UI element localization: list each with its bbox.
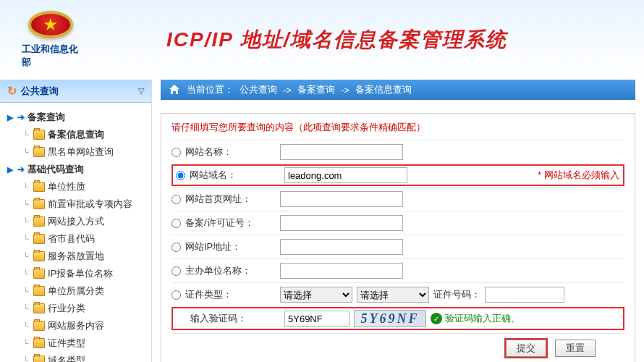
input-homepage[interactable]: [280, 191, 403, 207]
cert-no-label: 证件号码：: [433, 288, 480, 301]
folder-icon: [33, 147, 45, 157]
ministry-name: 工业和信息化部: [22, 43, 80, 69]
input-cert-no[interactable]: [485, 287, 564, 303]
expand-icon: ▶: [7, 113, 17, 122]
tree-branch-icon: └: [23, 148, 33, 156]
folder-icon: [33, 216, 45, 227]
row-domain: 网站域名： * 网站域名必须输入: [171, 164, 624, 186]
captcha-valid-message: ✓ 验证码输入正确。: [431, 312, 520, 325]
tree-item-ip-report-unit[interactable]: └IP报备单位名称: [7, 265, 148, 282]
breadcrumb-prefix: 当前位置：: [187, 83, 234, 96]
input-domain[interactable]: [284, 167, 407, 183]
tree-item-preapproval[interactable]: └前置审批或专项内容: [7, 195, 148, 213]
system-title: ICP/IP 地址/域名信息备案管理系统: [166, 26, 507, 54]
row-site-name: 网站名称：: [171, 140, 624, 164]
domain-required-hint: * 网站域名必须输入: [538, 169, 619, 182]
input-ip[interactable]: [280, 239, 403, 255]
check-icon: ✓: [431, 313, 442, 324]
reset-button[interactable]: 重置: [555, 340, 596, 357]
page-header: ★ 工业和信息化部 ICP/IP 地址/域名信息备案管理系统: [0, 0, 644, 80]
radio-cert[interactable]: [171, 290, 181, 300]
row-license: 备案/许可证号：: [171, 211, 624, 235]
national-emblem: ★ 工业和信息化部: [22, 11, 80, 69]
tree-item-blacklist[interactable]: └ 黑名单网站查询: [7, 143, 148, 161]
select-cert-type-1[interactable]: 请选择: [280, 287, 352, 303]
arrow-right-icon: ➔: [17, 164, 25, 174]
breadcrumb-part-1[interactable]: 公共查询: [240, 83, 277, 96]
input-license[interactable]: [280, 215, 403, 231]
tree-item-domain-type[interactable]: └域名类型: [7, 352, 148, 362]
submit-button[interactable]: 提交: [506, 340, 546, 357]
emblem-star-icon: ★: [43, 14, 59, 35]
row-homepage: 网站首页网址：: [171, 187, 624, 211]
tree-item-cert-type[interactable]: └证件类型: [7, 334, 148, 352]
input-captcha[interactable]: [284, 311, 349, 327]
tree-item-service-content[interactable]: └网站服务内容: [7, 317, 148, 334]
radio-ip[interactable]: [171, 243, 181, 252]
tree-branch-icon: └: [23, 130, 33, 139]
tree-item-beian-info[interactable]: └ 备案信息查询: [7, 126, 148, 143]
folder-icon: [33, 182, 45, 192]
row-ip: 网站IP地址：: [171, 235, 624, 258]
form-hint: 请仔细填写您所要查询的内容（此项查询要求条件精确匹配）: [171, 121, 624, 134]
tree-group-codes[interactable]: ▶ ➔ 基础代码查询: [7, 161, 148, 178]
expand-icon: ▶: [7, 165, 17, 174]
folder-icon: [33, 355, 45, 362]
tree-item-industry[interactable]: └行业分类: [7, 300, 148, 317]
sidebar: ↻ 公共查询 ▽ ▶ ➔ 备案查询 └ 备案信息查询 └ 黑名单网站查询 ▶: [0, 80, 152, 362]
radio-sponsor[interactable]: [171, 266, 181, 276]
folder-icon: [33, 234, 45, 244]
query-form: 请仔细填写您所要查询的内容（此项查询要求条件精确匹配） 网站名称： 网站域名： …: [161, 113, 635, 362]
folder-icon: [33, 338, 45, 348]
row-cert: 证件类型： 请选择 请选择 证件号码：: [171, 282, 624, 306]
input-site-name[interactable]: [280, 144, 403, 160]
tree-item-unit-category[interactable]: └单位所属分类: [7, 282, 148, 300]
sidebar-tree: ▶ ➔ 备案查询 └ 备案信息查询 └ 黑名单网站查询 ▶ ➔ 基础代码查询 └…: [0, 103, 151, 362]
captcha-image[interactable]: 5Y69NF: [354, 310, 426, 327]
button-row: 提交 重置: [171, 333, 624, 357]
main-panel: 当前位置： 公共查询 -> 备案查询 -> 备案信息查询 请仔细填写您所要查询的…: [152, 80, 644, 362]
row-captcha: 输入验证码： 5Y69NF ✓ 验证码输入正确。: [171, 307, 624, 330]
input-sponsor[interactable]: [280, 263, 403, 279]
tree-item-region-code[interactable]: └省市县代码: [7, 230, 148, 248]
radio-domain[interactable]: [176, 171, 185, 180]
sidebar-heading: 公共查询: [21, 85, 59, 98]
folder-icon: [33, 199, 45, 209]
folder-icon: [33, 130, 45, 140]
sidebar-header[interactable]: ↻ 公共查询 ▽: [0, 80, 151, 103]
arrow-right-icon: ➔: [17, 112, 25, 122]
tree-item-access-type[interactable]: └网站接入方式: [7, 213, 148, 230]
breadcrumb: 当前位置： 公共查询 -> 备案查询 -> 备案信息查询: [161, 80, 635, 100]
select-cert-type-2[interactable]: 请选择: [357, 287, 429, 303]
refresh-icon[interactable]: ↻: [7, 84, 17, 98]
folder-icon: [33, 251, 45, 261]
chevron-down-icon[interactable]: ▽: [138, 86, 144, 96]
tree-item-unit-nature[interactable]: └单位性质: [7, 178, 148, 195]
folder-icon: [33, 303, 45, 313]
radio-homepage[interactable]: [171, 195, 181, 204]
row-sponsor: 主办单位名称：: [171, 258, 624, 282]
tree-group-beian[interactable]: ▶ ➔ 备案查询: [7, 109, 148, 126]
home-icon[interactable]: [168, 84, 181, 96]
folder-icon: [33, 269, 45, 279]
breadcrumb-part-3[interactable]: 备案信息查询: [355, 83, 412, 96]
folder-icon: [33, 286, 45, 296]
radio-site-name[interactable]: [171, 148, 181, 157]
folder-icon: [33, 321, 45, 331]
tree-item-server-loc[interactable]: └服务器放置地: [7, 248, 148, 265]
breadcrumb-part-2[interactable]: 备案查询: [297, 83, 335, 96]
radio-license[interactable]: [171, 219, 181, 228]
